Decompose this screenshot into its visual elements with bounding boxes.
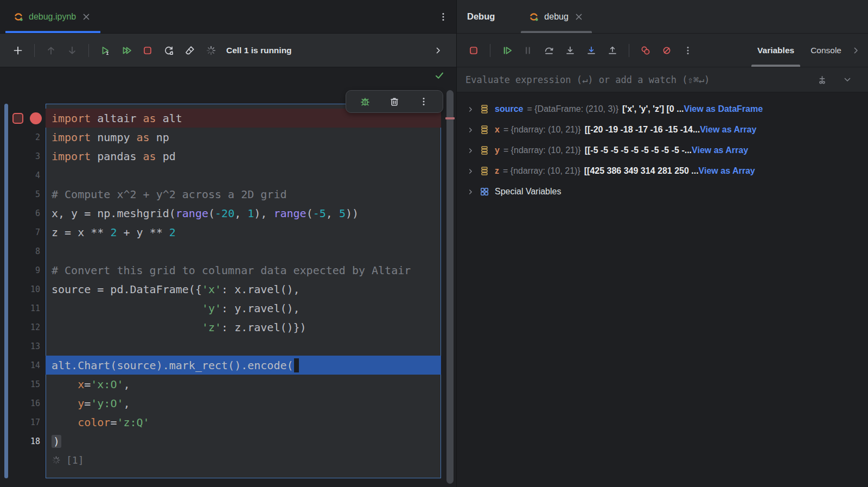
line-number[interactable]: 10 <box>0 284 46 294</box>
variable-name: y <box>495 146 500 155</box>
line-number[interactable]: 4 <box>0 170 46 180</box>
step-into-button[interactable] <box>561 41 579 60</box>
line-number[interactable]: 16 <box>0 399 46 408</box>
variable-row-x[interactable]: x= {ndarray: (10, 21)}[[-20 -19 -18 -17 … <box>457 119 868 140</box>
variable-row-y[interactable]: y= {ndarray: (10, 21)}[[-5 -5 -5 -5 -5 -… <box>457 140 868 161</box>
variable-row-source[interactable]: source= {DataFrame: (210, 3)}['x', 'y', … <box>457 99 868 119</box>
code-line-3[interactable]: import pandas as pd <box>46 147 441 166</box>
interrupt-kernel-button[interactable] <box>138 41 157 60</box>
view-breakpoints-button[interactable] <box>636 41 655 60</box>
variable-name: x <box>495 125 500 135</box>
code-line-9[interactable]: # Convert this grid to columnar data exp… <box>46 261 441 280</box>
stop-debugger-button[interactable] <box>464 41 483 60</box>
breakpoint-stripe-mark[interactable] <box>445 117 455 119</box>
gutter-line-1[interactable] <box>0 112 46 124</box>
mute-breakpoints-button[interactable] <box>658 41 676 60</box>
line-number[interactable]: 3 <box>0 151 46 161</box>
variable-icon <box>479 104 490 115</box>
notebook-editor[interactable]: import altair as alt2import numpy as np3… <box>0 67 456 487</box>
cell-running-indicator <box>12 113 23 124</box>
code-line-12[interactable]: 'z': z.ravel()}) <box>46 318 441 337</box>
run-cell-button[interactable] <box>96 41 114 60</box>
tab-console[interactable]: Console <box>802 34 850 67</box>
code-line-7[interactable]: z = x ** 2 + y ** 2 <box>46 223 441 242</box>
variable-row-special-variables[interactable]: Special Variables <box>457 181 868 202</box>
code-line-17[interactable]: color='z:Q' <box>46 413 441 432</box>
line-number[interactable]: 8 <box>0 246 46 256</box>
restart-kernel-button[interactable] <box>159 41 178 60</box>
line-number[interactable]: 7 <box>0 227 46 237</box>
add-watch-icon[interactable] <box>817 74 828 85</box>
view-as-link[interactable]: View as DataFrame <box>684 104 763 114</box>
code-line-14[interactable]: alt.Chart(source).mark_rect().encode( <box>46 356 441 375</box>
delete-cell-button[interactable] <box>385 92 404 111</box>
variable-name: Special Variables <box>495 187 561 197</box>
jupyter-kernel-icon <box>528 11 539 22</box>
line-number[interactable]: 17 <box>0 418 46 427</box>
code-line-13[interactable] <box>46 337 441 356</box>
code-line-11[interactable]: 'y': y.ravel(), <box>46 299 441 318</box>
variable-value: [[-20 -19 -18 -17 -16 -15 -14... <box>585 125 700 135</box>
toolbar-more-button[interactable] <box>429 41 448 60</box>
variable-icon <box>479 124 490 135</box>
view-as-link[interactable]: View as Array <box>699 166 755 176</box>
editor-tab-strip: debug.ipynb <box>0 0 456 34</box>
expand-chevron-icon[interactable] <box>466 126 475 134</box>
variable-row-z[interactable]: z= {ndarray: (10, 21)}[[425 386 349 314 … <box>457 161 868 181</box>
view-as-link[interactable]: View as Array <box>692 146 748 155</box>
move-cell-up-button <box>42 41 60 60</box>
resume-program-button[interactable] <box>497 41 516 60</box>
variable-value: [[-5 -5 -5 -5 -5 -5 -5 -5 -5 -... <box>585 146 692 155</box>
force-step-into-button[interactable] <box>582 41 601 60</box>
inspections-ok-icon[interactable] <box>434 70 445 81</box>
line-number[interactable]: 11 <box>0 303 46 313</box>
code-line-4[interactable] <box>46 166 441 185</box>
view-as-link[interactable]: View as Array <box>700 125 756 135</box>
variable-name: source <box>495 104 523 114</box>
cell-options-button[interactable] <box>414 92 433 111</box>
breakpoint-dot[interactable] <box>30 112 42 124</box>
line-number[interactable]: 6 <box>0 208 46 218</box>
clear-outputs-button[interactable] <box>181 41 199 60</box>
more-tabs-icon[interactable] <box>850 45 868 56</box>
evaluate-expression-input[interactable]: Evaluate expression (↵) or add a watch (… <box>465 74 710 85</box>
code-line-10[interactable]: source = pd.DataFrame({'x': x.ravel(), <box>46 280 441 299</box>
line-number[interactable]: 15 <box>0 380 46 389</box>
expand-chevron-icon[interactable] <box>466 188 475 196</box>
add-cell-button[interactable] <box>9 41 27 60</box>
code-line-15[interactable]: x='x:O', <box>46 375 441 394</box>
expand-chevron-icon[interactable] <box>466 167 475 175</box>
code-line-18[interactable]: ) <box>46 432 441 451</box>
line-number[interactable]: 13 <box>0 341 46 351</box>
close-session-icon[interactable] <box>573 11 584 22</box>
expand-chevron-icon[interactable] <box>466 147 475 155</box>
line-number[interactable]: 9 <box>0 265 46 275</box>
line-number[interactable]: 5 <box>0 189 46 199</box>
debug-tool-window: Debug debug Variables Console Evaluate e… <box>456 0 868 487</box>
expand-chevron-icon[interactable] <box>466 105 475 113</box>
debug-session-tab[interactable]: debug <box>521 0 592 33</box>
code-line-6[interactable]: x, y = np.meshgrid(range(-20, 1), range(… <box>46 204 441 223</box>
step-over-button[interactable] <box>540 41 558 60</box>
line-number[interactable]: 2 <box>0 132 46 142</box>
editor-scrollbar[interactable] <box>446 90 454 484</box>
variable-type: = {ndarray: (10, 21)} <box>503 146 581 155</box>
code-line-2[interactable]: import numpy as np <box>46 128 441 147</box>
debug-cell-button[interactable] <box>356 92 374 111</box>
tab-variables[interactable]: Variables <box>749 34 802 67</box>
tab-debug-ipynb[interactable]: debug.ipynb <box>5 0 100 33</box>
line-number[interactable]: 14 <box>0 360 46 370</box>
tab-strip-options-button[interactable] <box>438 11 449 22</box>
code-line-8[interactable] <box>46 242 441 261</box>
code-line-5[interactable]: # Compute x^2 + y^2 across a 2D grid <box>46 185 441 204</box>
cell-action-toolbar <box>346 90 443 113</box>
close-tab-icon[interactable] <box>81 11 92 22</box>
code-line-16[interactable]: y='y:O', <box>46 394 441 413</box>
run-all-cells-button[interactable] <box>117 41 136 60</box>
move-cell-down-button <box>63 41 81 60</box>
expand-watches-icon[interactable] <box>842 74 853 85</box>
step-out-button[interactable] <box>603 41 622 60</box>
line-number[interactable]: 12 <box>0 322 46 332</box>
debugger-more-button[interactable] <box>679 41 697 60</box>
line-number[interactable]: 18 <box>0 437 46 446</box>
